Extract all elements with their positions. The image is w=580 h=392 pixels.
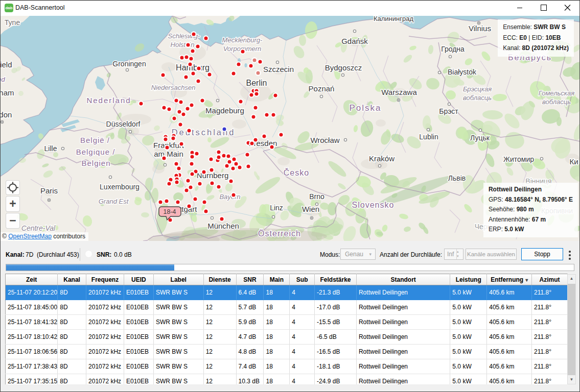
- svg-text:Lublin: Lublin: [419, 133, 438, 141]
- svg-text:Slovensko: Slovensko: [352, 201, 395, 209]
- svg-text:Luxembourg: Luxembourg: [100, 183, 140, 191]
- svg-text:Wien: Wien: [302, 205, 319, 213]
- svg-text:Düsseldorf: Düsseldorf: [106, 120, 141, 128]
- svg-text:München: München: [207, 222, 239, 230]
- svg-text:Linz: Linz: [270, 204, 283, 212]
- svg-text:Warszawa: Warszawa: [381, 88, 417, 96]
- svg-text:Österreich: Österreich: [258, 229, 301, 238]
- svg-text:Brno: Brno: [309, 192, 324, 201]
- svg-text:вобласць: вобласць: [542, 98, 571, 106]
- svg-text:Гомельская: Гомельская: [539, 89, 574, 97]
- svg-text:Poznań: Poznań: [309, 84, 335, 93]
- svg-text:Львів: Львів: [448, 174, 466, 182]
- svg-text:Bydgoszcz: Bydgoszcz: [325, 63, 362, 72]
- svg-text:Mecklenburg-: Mecklenburg-: [222, 36, 263, 44]
- svg-text:Groningen: Groningen: [112, 60, 146, 68]
- svg-text:am Main: am Main: [154, 150, 183, 158]
- svg-text:Луцьк: Луцьк: [470, 134, 490, 142]
- svg-text:field: field: [0, 60, 12, 69]
- svg-text:Berlin: Berlin: [246, 79, 267, 87]
- svg-text:Grand Est: Grand Est: [99, 198, 129, 205]
- svg-text:Magdeburg: Magdeburg: [205, 106, 244, 115]
- svg-text:Polska: Polska: [349, 103, 381, 113]
- svg-text:Калининград: Калининград: [374, 16, 413, 22]
- svg-text:Nederland: Nederland: [86, 96, 131, 105]
- svg-text:Szczecin: Szczecin: [263, 65, 294, 74]
- svg-text:Białystok: Białystok: [448, 68, 477, 76]
- svg-text:Tyne: Tyne: [5, 18, 20, 27]
- svg-text:Wrocław: Wrocław: [310, 136, 339, 144]
- svg-text:ndon: ndon: [0, 110, 12, 119]
- svg-text:Bayern: Bayern: [219, 193, 240, 201]
- svg-text:Belgique /: Belgique /: [76, 148, 115, 156]
- svg-text:Lille: Lille: [44, 144, 57, 153]
- svg-text:Ки: Ки: [569, 157, 578, 166]
- svg-text:Брэсцкая: Брэсцкая: [463, 85, 492, 93]
- svg-text:Niedersachsen: Niedersachsen: [151, 84, 196, 91]
- svg-text:вобласць: вобласць: [463, 94, 492, 102]
- svg-text:Česko: Česko: [284, 168, 309, 177]
- svg-text:Гродна: Гродна: [441, 45, 465, 53]
- svg-text:18-4: 18-4: [163, 208, 176, 215]
- svg-text:Vilnius: Vilnius: [469, 24, 491, 33]
- svg-text:and: and: [0, 76, 5, 83]
- svg-text:Kraków: Kraków: [369, 154, 395, 163]
- svg-text:Paris: Paris: [40, 186, 58, 195]
- svg-text:Centre-Val: Centre-Val: [21, 224, 56, 232]
- svg-text:Gdańsk: Gdańsk: [341, 37, 368, 45]
- svg-text:Житомир: Житомир: [503, 155, 534, 163]
- svg-text:België /: België /: [80, 136, 110, 144]
- svg-text:Belgien: Belgien: [81, 159, 110, 167]
- svg-text:Брэст: Брэст: [439, 107, 458, 115]
- svg-text:gham: gham: [0, 88, 14, 97]
